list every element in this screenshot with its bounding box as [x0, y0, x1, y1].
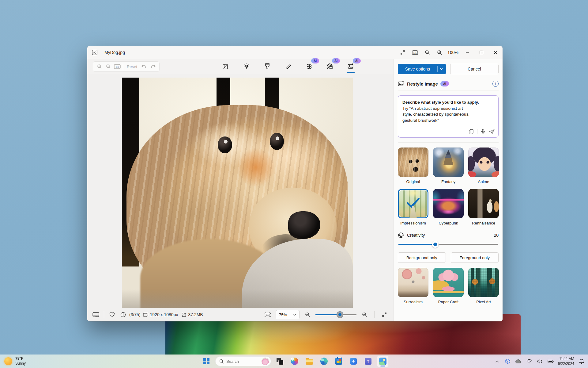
minimize-button[interactable] [460, 46, 474, 59]
style-option-original[interactable]: Original [398, 148, 428, 184]
undo-button[interactable] [140, 62, 149, 71]
expand-icon [382, 312, 387, 317]
status-bar: (3/75) 1920 x 1080px 37.2MB 75% [87, 308, 394, 321]
style-prompt-input[interactable]: Describe what style you'd like to apply.… [398, 95, 499, 138]
teams-button[interactable] [362, 355, 374, 367]
notifications-button[interactable] [578, 358, 585, 365]
style-label: Fantasy [433, 179, 464, 184]
copilot-button[interactable] [289, 355, 300, 367]
maximize-button[interactable] [474, 46, 488, 59]
one-to-one-icon: 1:1 [114, 64, 121, 69]
ai-badge: AI [440, 81, 449, 86]
photos-taskbar-button[interactable] [377, 355, 389, 367]
mixed-reality-tray-button[interactable] [504, 358, 511, 365]
zoom-out-icon [425, 50, 430, 55]
volume-tray-button[interactable] [537, 358, 543, 365]
background-only-button[interactable]: Background only [398, 252, 446, 263]
creativity-slider[interactable] [398, 241, 499, 248]
hidden-icons-button[interactable] [494, 358, 500, 365]
crop-tool-button[interactable] [221, 60, 231, 72]
canvas-actual-size-button[interactable]: 1:1 [113, 62, 122, 71]
onedrive-tray-button[interactable] [515, 358, 522, 365]
fullscreen-button[interactable] [379, 310, 389, 320]
style-option-rennaisance[interactable]: Rennaisance [468, 189, 499, 225]
weather-widget[interactable]: 78°F Sunny [4, 356, 59, 366]
save-options-button[interactable]: Save options [398, 64, 446, 74]
style-option-surrealism[interactable]: Surrealism [398, 268, 428, 304]
file-explorer-button[interactable] [303, 355, 315, 367]
edge-button[interactable] [318, 355, 330, 367]
system-tray: 11:11 AM 6/22/2024 [494, 355, 585, 368]
zoom-slider-thumb[interactable] [337, 311, 343, 318]
clock-widget[interactable]: 11:11 AM 6/22/2024 [558, 356, 574, 366]
slider-zoom-in-button[interactable] [360, 310, 369, 320]
style-thumbnail[interactable] [468, 268, 499, 297]
style-option-anime[interactable]: Anime [468, 148, 499, 184]
zoom-in-button[interactable] [433, 46, 446, 59]
canvas-zoom-out-button[interactable] [104, 62, 113, 71]
search-input[interactable] [226, 359, 256, 364]
style-option-cyberpunk[interactable]: Cyberpunk [433, 189, 464, 225]
microphone-icon[interactable] [481, 129, 485, 134]
task-view-button[interactable] [274, 355, 286, 367]
close-icon [494, 51, 497, 54]
style-thumbnail[interactable] [433, 189, 464, 218]
generative-erase-button[interactable]: AI [304, 60, 314, 72]
file-info-button[interactable] [118, 310, 128, 320]
foreground-only-button[interactable]: Foreground only [451, 252, 499, 263]
style-thumbnail[interactable] [433, 148, 464, 177]
filesize-text: 37.2MB [188, 312, 203, 317]
battery-tray-button[interactable] [547, 358, 554, 365]
style-option-fantasy[interactable]: Fantasy [433, 148, 464, 184]
restyle-header: Restyle Image AI i [398, 80, 499, 90]
restyle-tool-button[interactable]: AI [345, 60, 356, 72]
style-thumbnail[interactable] [398, 148, 428, 177]
style-thumbnail[interactable] [468, 148, 499, 177]
filter-tool-button[interactable] [262, 60, 273, 72]
creativity-slider-thumb[interactable] [432, 241, 439, 248]
send-icon[interactable] [489, 129, 495, 134]
canvas-zoom-slider[interactable] [315, 310, 356, 319]
fit-to-screen-button[interactable] [263, 310, 273, 320]
creativity-target-icon [398, 232, 404, 238]
search-highlight-image[interactable] [262, 358, 269, 365]
close-button[interactable] [488, 46, 503, 59]
reset-button[interactable]: Reset [124, 64, 140, 69]
taskbar: 78°F Sunny [0, 355, 588, 368]
canvas-zoom-in-button[interactable] [95, 62, 104, 71]
redo-button[interactable] [149, 62, 157, 71]
zoom-level-dropdown[interactable]: 75% [276, 310, 300, 319]
copy-icon[interactable] [469, 129, 473, 134]
style-thumbnail[interactable] [398, 268, 428, 297]
chevron-up-icon [495, 360, 499, 362]
style-option-impressionism[interactable]: Impressionism [398, 189, 428, 225]
style-option-pixel-art[interactable]: Pixel Art [468, 268, 499, 304]
restyle-info-button[interactable]: i [492, 81, 499, 87]
zoom-out-button[interactable] [421, 46, 433, 59]
slider-zoom-out-button[interactable] [303, 310, 312, 320]
cancel-button[interactable]: Cancel [450, 64, 499, 74]
photos-app-window: MyDog.jpg 1:1 100% [87, 46, 503, 321]
fit-to-window-button[interactable] [397, 46, 409, 59]
active-app-indicator [380, 366, 385, 366]
ai-badge: AI [353, 58, 361, 63]
background-tool-button[interactable]: AI [325, 60, 335, 72]
wifi-tray-button[interactable] [526, 358, 533, 365]
style-thumbnail[interactable] [433, 268, 464, 297]
style-option-paper-craft[interactable]: Paper Craft [433, 268, 464, 304]
taskbar-search[interactable] [215, 356, 271, 366]
style-thumbnail-selected[interactable] [398, 189, 428, 218]
style-label: Surrealism [398, 300, 428, 304]
style-grid-row1: Original Fantasy Anime [398, 148, 499, 184]
start-button[interactable] [201, 355, 212, 367]
style-thumbnail[interactable] [468, 189, 499, 218]
favorite-button[interactable] [107, 310, 117, 320]
statusbar-divider [374, 311, 375, 318]
microsoft-store-button[interactable] [333, 355, 345, 367]
markup-tool-button[interactable] [283, 60, 293, 72]
adjust-tool-button[interactable] [241, 60, 252, 72]
save-options-dropdown[interactable] [437, 66, 446, 72]
copilot-app-button[interactable] [348, 355, 359, 367]
filmstrip-toggle-button[interactable] [91, 310, 101, 320]
actual-size-button[interactable]: 1:1 [409, 46, 421, 59]
